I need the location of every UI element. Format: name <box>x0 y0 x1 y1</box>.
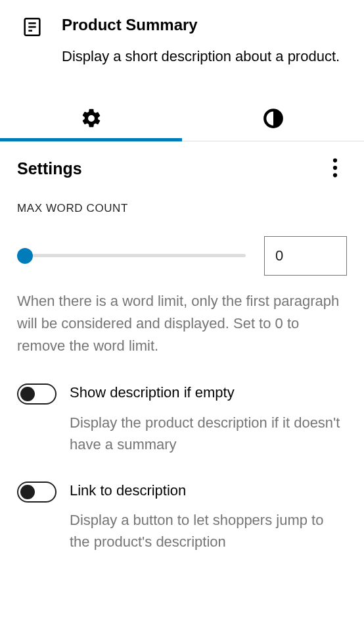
link-to-description-toggle[interactable] <box>17 482 57 503</box>
show-description-if-empty-help: Display the product description if it do… <box>70 412 347 455</box>
max-word-count-input[interactable] <box>264 236 347 276</box>
slider-thumb[interactable] <box>17 248 33 264</box>
show-description-if-empty-toggle[interactable] <box>17 383 57 405</box>
max-word-count-label: Max word count <box>17 202 347 215</box>
tab-styles[interactable] <box>182 99 364 141</box>
block-title: Product Summary <box>62 16 344 35</box>
toggle-knob <box>20 387 35 401</box>
product-summary-icon <box>21 16 43 67</box>
svg-point-7 <box>333 173 337 177</box>
svg-point-5 <box>333 159 337 162</box>
toggle-knob <box>20 485 35 499</box>
tab-bar <box>0 99 364 141</box>
show-description-if-empty-label: Show description if empty <box>70 383 347 403</box>
slider-track <box>17 254 246 257</box>
contrast-icon <box>262 107 284 132</box>
panel-title: Settings <box>17 159 82 178</box>
max-word-count-slider[interactable] <box>17 248 246 264</box>
more-vertical-icon <box>332 158 338 180</box>
link-to-description-help: Display a button to let shoppers jump to… <box>70 509 347 553</box>
max-word-count-help: When there is a word limit, only the fir… <box>17 290 347 357</box>
gear-icon <box>80 107 102 132</box>
more-options-button[interactable] <box>323 157 347 181</box>
block-header: Product Summary Display a short descript… <box>0 0 364 80</box>
svg-point-6 <box>333 166 337 170</box>
link-to-description-label: Link to description <box>70 482 347 501</box>
tab-settings[interactable] <box>0 99 182 141</box>
block-description: Display a short description about a prod… <box>62 45 344 67</box>
